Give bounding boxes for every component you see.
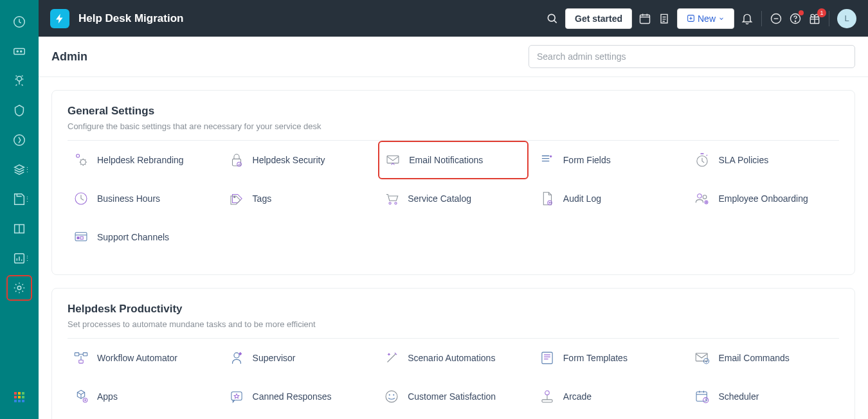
tile-email-notifications[interactable]: Email Notifications <box>378 141 529 179</box>
notifications-icon[interactable] <box>741 12 754 25</box>
tile-label: Helpdesk Rebranding <box>97 155 184 165</box>
tile-workflow-automator[interactable]: Workflow Automator <box>68 339 218 377</box>
tile-label: Workflow Automator <box>97 353 177 363</box>
svg-point-46 <box>545 391 550 395</box>
tile-label: Email Notifications <box>409 155 483 165</box>
svg-point-3 <box>21 51 22 52</box>
workflow-icon <box>73 350 89 366</box>
tags-icon <box>228 190 245 207</box>
tile-arcade[interactable]: Arcade <box>534 377 684 416</box>
topbar: Help Desk Migration Get started New <box>39 0 868 37</box>
sidebar-admin[interactable] <box>6 275 32 301</box>
sidebar-problems[interactable] <box>6 68 32 94</box>
tile-label: Employee Onboarding <box>718 193 808 204</box>
tile-audit-log[interactable]: Audit Log <box>534 179 684 218</box>
messages-icon[interactable] <box>770 12 782 25</box>
tile-sla-policies[interactable]: SLA Policies <box>689 141 839 179</box>
sidebar-releases[interactable] <box>6 127 32 153</box>
svg-point-36 <box>239 352 241 355</box>
new-button[interactable]: New <box>677 8 734 29</box>
gift-icon[interactable]: 1 <box>808 12 821 25</box>
sidebar: ⋮ ⋮ ⋮ <box>0 0 39 419</box>
tile-supervisor[interactable]: Supervisor <box>223 339 374 377</box>
section-desc: Set processes to automate mundane tasks … <box>68 319 839 329</box>
template-icon <box>539 350 556 366</box>
svg-point-27 <box>703 195 707 199</box>
tile-label: Tags <box>253 193 272 204</box>
tile-support-channels[interactable]: Support Channels <box>68 218 218 256</box>
tile-canned-responses[interactable]: Canned Responses <box>223 377 374 416</box>
tile-label: Support Channels <box>97 232 169 242</box>
tile-label: Service Catalog <box>408 193 471 204</box>
tile-label: Arcade <box>563 391 592 402</box>
settings-section: General SettingsConfigure the basic sett… <box>51 90 855 275</box>
svg-point-26 <box>698 194 702 199</box>
tile-employee-onboarding[interactable]: Employee Onboarding <box>689 179 839 218</box>
sidebar-reports[interactable]: ⋮ <box>6 186 32 212</box>
help-icon[interactable] <box>789 12 802 25</box>
tile-helpdesk-rebranding[interactable]: Helpdesk Rebranding <box>68 141 218 179</box>
svg-rect-37 <box>542 352 552 364</box>
section-title: General Settings <box>68 105 839 118</box>
sidebar-tickets[interactable] <box>6 39 32 64</box>
svg-rect-38 <box>696 353 708 361</box>
tile-helpdesk-security[interactable]: Helpdesk Security <box>223 141 374 179</box>
tile-scenario-automations[interactable]: Scenario Automations <box>378 339 529 377</box>
tile-label: Helpdesk Security <box>253 155 325 165</box>
tile-tags[interactable]: Tags <box>223 179 374 218</box>
get-started-button[interactable]: Get started <box>565 8 632 29</box>
smile-icon <box>383 388 400 405</box>
tile-business-hours[interactable]: Business Hours <box>68 179 218 218</box>
divider <box>761 11 762 26</box>
sidebar-dashboard[interactable] <box>6 9 32 35</box>
svg-point-43 <box>389 395 390 396</box>
sidebar-apps-grid[interactable] <box>6 384 32 410</box>
svg-point-4 <box>17 76 21 81</box>
svg-point-13 <box>795 21 795 21</box>
sidebar-analytics[interactable]: ⋮ <box>6 245 32 271</box>
tasks-icon[interactable] <box>658 12 671 25</box>
tile-grid: Workflow AutomatorSupervisorScenario Aut… <box>68 339 839 416</box>
section-title: Helpdesk Productivity <box>68 303 839 316</box>
search-input[interactable] <box>529 45 855 68</box>
sidebar-assets[interactable]: ⋮ <box>6 157 32 183</box>
tile-apps[interactable]: Apps <box>68 377 218 416</box>
timer-icon <box>694 152 710 168</box>
svg-point-5 <box>14 135 25 146</box>
scheduler-icon <box>694 388 710 405</box>
help-badge <box>799 10 804 15</box>
svg-point-42 <box>386 391 397 402</box>
tile-scheduler[interactable]: Scheduler <box>689 377 839 416</box>
tile-service-catalog[interactable]: Service Catalog <box>378 179 529 218</box>
tile-label: Canned Responses <box>253 391 332 402</box>
search-icon[interactable] <box>546 12 559 25</box>
apps-grid-icon <box>14 392 24 402</box>
svg-rect-9 <box>640 15 649 23</box>
tile-label: Audit Log <box>563 193 601 204</box>
svg-rect-32 <box>75 353 79 356</box>
tile-label: SLA Policies <box>718 155 768 165</box>
subheader: Admin <box>39 37 868 77</box>
svg-rect-33 <box>83 353 87 356</box>
page-title: Admin <box>51 50 87 64</box>
sidebar-changes[interactable] <box>6 98 32 123</box>
calendar-icon[interactable] <box>638 12 651 25</box>
sidebar-solutions[interactable] <box>6 216 32 242</box>
svg-rect-47 <box>696 392 707 402</box>
svg-point-23 <box>389 202 391 204</box>
tile-email-commands[interactable]: Email Commands <box>689 339 839 377</box>
tile-form-templates[interactable]: Form Templates <box>534 339 684 377</box>
doc-icon <box>539 190 556 207</box>
svg-point-35 <box>234 353 239 358</box>
tile-label: Apps <box>97 391 118 402</box>
tile-form-fields[interactable]: Form Fields <box>534 141 684 179</box>
tile-customer-satisfaction[interactable]: Customer Satisfaction <box>378 377 529 416</box>
clock-icon <box>73 190 89 207</box>
settings-section: Helpdesk ProductivitySet processes to au… <box>51 288 855 419</box>
app-title: Help Desk Migration <box>78 12 183 25</box>
svg-rect-30 <box>77 236 80 239</box>
avatar[interactable]: L <box>837 9 856 28</box>
tile-label: Scheduler <box>718 391 759 402</box>
svg-rect-34 <box>79 360 84 363</box>
arcade-icon <box>539 388 556 405</box>
